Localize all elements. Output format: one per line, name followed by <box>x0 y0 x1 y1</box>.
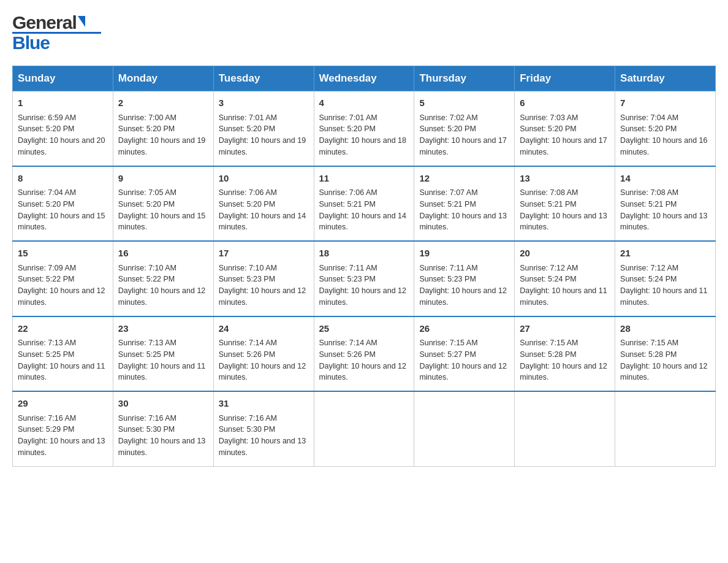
sunrise-label: Sunrise: 7:07 AM <box>419 188 477 197</box>
daylight-label: Daylight: 10 hours and 13 minutes. <box>219 437 306 457</box>
calendar-header-row: SundayMondayTuesdayWednesdayThursdayFrid… <box>13 66 716 91</box>
calendar-cell: 30 Sunrise: 7:16 AM Sunset: 5:30 PM Dayl… <box>113 391 213 466</box>
sunrise-label: Sunrise: 7:15 AM <box>620 339 678 347</box>
daylight-label: Daylight: 10 hours and 11 minutes. <box>520 286 607 307</box>
daylight-label: Daylight: 10 hours and 11 minutes. <box>118 362 205 382</box>
calendar-cell: 25 Sunrise: 7:14 AM Sunset: 5:26 PM Dayl… <box>314 316 414 392</box>
calendar-cell: 12 Sunrise: 7:07 AM Sunset: 5:21 PM Dayl… <box>414 166 515 242</box>
daylight-label: Daylight: 10 hours and 19 minutes. <box>219 136 306 156</box>
day-number: 26 <box>419 322 509 336</box>
daylight-label: Daylight: 10 hours and 12 minutes. <box>319 286 406 307</box>
sunrise-label: Sunrise: 7:16 AM <box>219 414 277 423</box>
calendar-cell: 22 Sunrise: 7:13 AM Sunset: 5:25 PM Dayl… <box>13 316 113 392</box>
daylight-label: Daylight: 10 hours and 12 minutes. <box>118 286 205 307</box>
sunset-label: Sunset: 5:20 PM <box>219 200 275 209</box>
header-sunday: Sunday <box>13 66 113 91</box>
daylight-label: Daylight: 10 hours and 11 minutes. <box>18 362 105 382</box>
calendar-cell: 15 Sunrise: 7:09 AM Sunset: 5:22 PM Dayl… <box>13 241 113 316</box>
day-number: 30 <box>118 397 208 411</box>
sunset-label: Sunset: 5:26 PM <box>319 350 376 359</box>
sunrise-label: Sunrise: 7:06 AM <box>319 188 377 197</box>
sunset-label: Sunset: 5:22 PM <box>118 275 175 283</box>
sunset-label: Sunset: 5:23 PM <box>419 275 476 283</box>
sunrise-label: Sunrise: 7:16 AM <box>118 414 176 423</box>
calendar-cell: 29 Sunrise: 7:16 AM Sunset: 5:29 PM Dayl… <box>13 391 113 466</box>
sunrise-label: Sunrise: 7:14 AM <box>319 339 377 347</box>
calendar-cell: 7 Sunrise: 7:04 AM Sunset: 5:20 PM Dayli… <box>615 91 716 166</box>
sunset-label: Sunset: 5:21 PM <box>520 200 576 209</box>
sunset-label: Sunset: 5:23 PM <box>319 275 376 283</box>
sunrise-label: Sunrise: 7:01 AM <box>219 113 277 122</box>
day-number: 6 <box>520 96 610 110</box>
sunrise-label: Sunrise: 7:05 AM <box>118 188 176 197</box>
calendar-cell: 4 Sunrise: 7:01 AM Sunset: 5:20 PM Dayli… <box>314 91 414 166</box>
day-number: 2 <box>118 96 208 110</box>
day-number: 5 <box>419 96 509 110</box>
day-number: 1 <box>18 96 108 110</box>
daylight-label: Daylight: 10 hours and 11 minutes. <box>620 286 707 307</box>
sunrise-label: Sunrise: 7:02 AM <box>419 113 477 122</box>
sunrise-label: Sunrise: 7:10 AM <box>219 264 277 272</box>
sunset-label: Sunset: 5:24 PM <box>520 275 576 283</box>
calendar-cell: 26 Sunrise: 7:15 AM Sunset: 5:27 PM Dayl… <box>414 316 515 392</box>
sunrise-label: Sunrise: 7:04 AM <box>18 188 76 197</box>
header-thursday: Thursday <box>414 66 515 91</box>
header-wednesday: Wednesday <box>314 66 414 91</box>
calendar-cell: 13 Sunrise: 7:08 AM Sunset: 5:21 PM Dayl… <box>515 166 615 242</box>
sunrise-label: Sunrise: 7:12 AM <box>620 264 678 272</box>
sunset-label: Sunset: 5:20 PM <box>520 124 576 133</box>
daylight-label: Daylight: 10 hours and 20 minutes. <box>18 136 105 156</box>
calendar-cell <box>615 391 716 466</box>
day-number: 17 <box>219 247 309 261</box>
calendar-cell: 27 Sunrise: 7:15 AM Sunset: 5:28 PM Dayl… <box>515 316 615 392</box>
daylight-label: Daylight: 10 hours and 12 minutes. <box>18 286 105 307</box>
daylight-label: Daylight: 10 hours and 17 minutes. <box>419 136 506 156</box>
sunset-label: Sunset: 5:20 PM <box>620 124 677 133</box>
day-number: 24 <box>219 322 309 336</box>
sunrise-label: Sunrise: 7:11 AM <box>419 264 477 272</box>
calendar-cell: 24 Sunrise: 7:14 AM Sunset: 5:26 PM Dayl… <box>213 316 314 392</box>
daylight-label: Daylight: 10 hours and 13 minutes. <box>419 212 506 232</box>
day-number: 15 <box>18 247 108 261</box>
calendar-cell: 2 Sunrise: 7:00 AM Sunset: 5:20 PM Dayli… <box>113 91 213 166</box>
day-number: 16 <box>118 247 208 261</box>
calendar-cell: 23 Sunrise: 7:13 AM Sunset: 5:25 PM Dayl… <box>113 316 213 392</box>
sunset-label: Sunset: 5:29 PM <box>18 425 74 434</box>
logo-triangle-icon <box>78 16 85 27</box>
sunset-label: Sunset: 5:20 PM <box>118 200 175 209</box>
day-number: 25 <box>319 322 409 336</box>
sunrise-label: Sunrise: 7:10 AM <box>118 264 176 272</box>
day-number: 31 <box>219 397 309 411</box>
daylight-label: Daylight: 10 hours and 17 minutes. <box>520 136 607 156</box>
daylight-label: Daylight: 10 hours and 13 minutes. <box>620 212 707 232</box>
daylight-label: Daylight: 10 hours and 14 minutes. <box>319 212 406 232</box>
day-number: 21 <box>620 247 710 261</box>
sunrise-label: Sunrise: 7:06 AM <box>219 188 277 197</box>
daylight-label: Daylight: 10 hours and 12 minutes. <box>419 362 506 382</box>
daylight-label: Daylight: 10 hours and 19 minutes. <box>118 136 205 156</box>
day-number: 22 <box>18 322 108 336</box>
sunset-label: Sunset: 5:20 PM <box>419 124 476 133</box>
logo: General Blue <box>12 12 101 53</box>
sunset-label: Sunset: 5:28 PM <box>620 350 677 359</box>
day-number: 29 <box>18 397 108 411</box>
sunset-label: Sunset: 5:27 PM <box>419 350 476 359</box>
day-number: 20 <box>520 247 610 261</box>
sunrise-label: Sunrise: 7:01 AM <box>319 113 377 122</box>
sunrise-label: Sunrise: 6:59 AM <box>18 113 76 122</box>
day-number: 19 <box>419 247 509 261</box>
day-number: 9 <box>118 172 208 186</box>
header-monday: Monday <box>113 66 213 91</box>
day-number: 12 <box>419 172 509 186</box>
sunrise-label: Sunrise: 7:12 AM <box>520 264 578 272</box>
daylight-label: Daylight: 10 hours and 12 minutes. <box>219 286 306 307</box>
day-number: 10 <box>219 172 309 186</box>
calendar-cell: 21 Sunrise: 7:12 AM Sunset: 5:24 PM Dayl… <box>615 241 716 316</box>
sunrise-label: Sunrise: 7:08 AM <box>520 188 578 197</box>
header-tuesday: Tuesday <box>213 66 314 91</box>
daylight-label: Daylight: 10 hours and 18 minutes. <box>319 136 406 156</box>
daylight-label: Daylight: 10 hours and 12 minutes. <box>520 362 607 382</box>
sunset-label: Sunset: 5:28 PM <box>520 350 576 359</box>
logo-general: General <box>12 12 77 33</box>
sunrise-label: Sunrise: 7:00 AM <box>118 113 176 122</box>
